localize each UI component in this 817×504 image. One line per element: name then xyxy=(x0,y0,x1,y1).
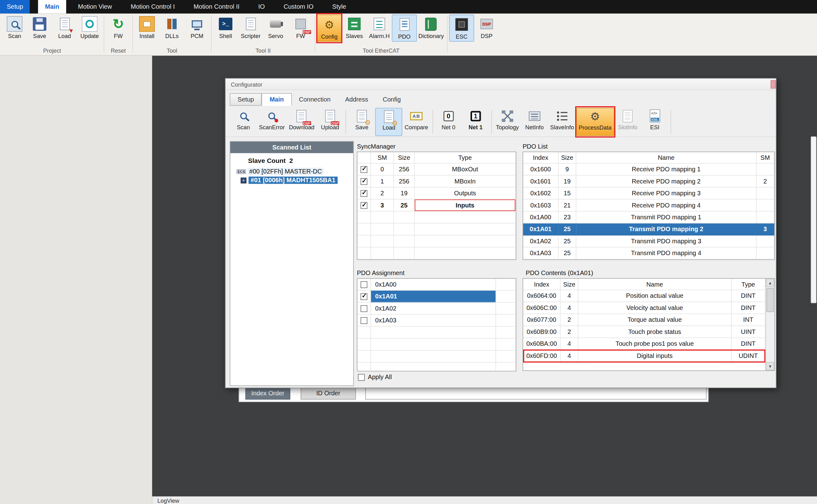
pdolist-row[interactable]: 0x160215Receive PDO mapping 3 xyxy=(523,188,774,199)
config-button[interactable]: Config xyxy=(317,15,342,42)
esc-button[interactable]: ESC xyxy=(449,15,474,42)
index-cell: 0x1A03 xyxy=(523,247,559,259)
slotinfo-button[interactable]: SlotInfo xyxy=(614,107,641,136)
scroll-down-icon[interactable]: ▼ xyxy=(766,362,774,370)
save-button[interactable]: Save xyxy=(348,107,375,136)
servo-button[interactable]: Servo xyxy=(263,15,288,42)
fw-reset-button[interactable]: ↻FW xyxy=(106,15,131,42)
apply-all-control[interactable]: Apply All xyxy=(358,373,392,381)
group-label: Tool II xyxy=(213,47,313,55)
dictionary-button[interactable]: Dictionary xyxy=(417,15,446,42)
pdolist-row[interactable]: 0x1A0023Transmit PDO mapping 1 xyxy=(523,212,774,223)
tab-main[interactable]: Main xyxy=(38,0,66,13)
netinfo-button[interactable]: NetInfo xyxy=(521,107,548,136)
pdolist-row[interactable]: 0x160321Receive PDO mapping 4 xyxy=(523,199,774,211)
tab-io[interactable]: IO xyxy=(251,0,272,13)
scroll-up-icon[interactable]: ▲ xyxy=(766,279,774,287)
index-order-button[interactable]: Index Order xyxy=(246,387,290,400)
slaveinfo-button[interactable]: SlaveInfo xyxy=(548,107,576,136)
tab-motion-control-2[interactable]: Motion Control II xyxy=(187,0,246,13)
pdocontents-row-digital-inputs[interactable]: 0x60FD:004Digital inputsUDINT xyxy=(523,350,766,362)
vertical-scrollbar[interactable] xyxy=(811,136,816,303)
checkbox[interactable] xyxy=(361,202,367,209)
esi-button[interactable]: ESI xyxy=(641,107,668,136)
tab-connection[interactable]: Connection xyxy=(292,93,338,106)
update-button[interactable]: Update xyxy=(77,15,102,42)
assignment-row[interactable]: 0x1A03 xyxy=(357,315,516,326)
pdolist-row[interactable]: 0x160119Receive PDO mapping 22 xyxy=(523,176,774,188)
scroll-thumb[interactable] xyxy=(767,288,774,312)
processdata-button[interactable]: ProcessData xyxy=(576,107,614,136)
dialog-titlebar[interactable]: Configurator xyxy=(226,79,776,90)
syncmanager-row[interactable]: 1 256 MBoxIn xyxy=(357,176,516,188)
tab-setup[interactable]: Setup xyxy=(230,93,262,106)
checkbox[interactable] xyxy=(361,281,367,288)
tab-custom-io[interactable]: Custom IO xyxy=(277,0,320,13)
slave-node-drive[interactable]: #01 [0006h] MADHT1505BA1 xyxy=(241,177,338,184)
id-order-button[interactable]: ID Order xyxy=(301,387,356,400)
slave-node-master[interactable]: ECS#00 [02FFh] MASTER-DC xyxy=(237,168,323,175)
compare-button[interactable]: Compare xyxy=(403,107,430,136)
syncmanager-row[interactable]: 0 256 MBoxOut xyxy=(357,164,516,175)
scan-button[interactable]: Scan xyxy=(230,107,257,136)
checkbox[interactable] xyxy=(361,293,367,300)
checkbox[interactable] xyxy=(361,305,367,312)
logview-panel-header[interactable]: LogView xyxy=(152,497,817,504)
scripter-button[interactable]: Scripter xyxy=(238,15,263,42)
tab-address[interactable]: Address xyxy=(338,93,375,106)
net0-button[interactable]: Net 0 xyxy=(435,107,462,136)
checkbox[interactable] xyxy=(361,190,367,197)
inputs-value: Inputs xyxy=(456,202,474,209)
scan-error-button[interactable]: ScanError xyxy=(257,107,287,136)
empty-cell xyxy=(371,339,496,350)
dlls-button[interactable]: DLLs xyxy=(160,15,184,42)
pdolist-row-selected[interactable]: 0x1A0125Transmit PDO mapping 23 xyxy=(523,223,774,235)
pdocontents-row[interactable]: 0x60B9:002Touch probe statusUINT xyxy=(523,326,766,338)
topology-button[interactable]: Topology xyxy=(494,107,521,136)
pdocontents-row[interactable]: 0x6077:002Torque actual valueINT xyxy=(523,314,766,326)
fw-button[interactable]: FW xyxy=(288,15,313,42)
pdolist-row[interactable]: 0x16009Receive PDO mapping 1 xyxy=(523,164,774,175)
upload-button[interactable]: Upload xyxy=(317,107,344,136)
dsp-button[interactable]: DSP xyxy=(474,15,499,42)
assignment-row-selected[interactable]: 0x1A01 xyxy=(357,291,516,302)
install-button[interactable]: Install xyxy=(134,15,159,42)
pdocontents-row[interactable]: 0x60BA:004Touch probe pos1 pos valueDINT xyxy=(523,338,766,350)
empty-row xyxy=(357,247,516,259)
apply-all-checkbox[interactable] xyxy=(358,374,365,381)
group-separator xyxy=(132,16,133,53)
load-button[interactable]: ▼Load xyxy=(52,15,77,42)
pdocontents-row[interactable]: 0x6064:004Position actual valueDINT xyxy=(523,290,766,302)
net1-button[interactable]: Net 1 xyxy=(462,107,489,136)
slaves-button[interactable]: Slaves xyxy=(342,15,367,42)
size-cell: 4 xyxy=(561,338,578,350)
checkbox[interactable] xyxy=(361,166,367,173)
assignment-row[interactable]: 0x1A00 xyxy=(357,279,516,291)
tab-motion-control-1[interactable]: Motion Control I xyxy=(124,0,182,13)
pdolist-row[interactable]: 0x1A0325Transmit PDO mapping 4 xyxy=(523,247,774,259)
load-button[interactable]: Load xyxy=(375,107,403,136)
pdolist-row[interactable]: 0x1A0225Transmit PDO mapping 3 xyxy=(523,235,774,247)
checkbox[interactable] xyxy=(361,178,367,185)
tab-config[interactable]: Config xyxy=(375,93,408,106)
tab-setup[interactable]: Setup xyxy=(0,0,30,13)
tab-style[interactable]: Style xyxy=(326,0,353,13)
tab-main[interactable]: Main xyxy=(262,93,292,106)
close-icon[interactable] xyxy=(771,80,776,89)
syncmanager-row[interactable]: 3 25 Inputs xyxy=(357,199,516,211)
syncmanager-row[interactable]: 2 19 Outputs xyxy=(357,188,516,199)
tab-motion-view[interactable]: Motion View xyxy=(71,0,119,13)
scan-button[interactable]: Scan xyxy=(2,15,27,42)
vertical-scrollbar[interactable]: ▲ ▼ xyxy=(765,279,774,370)
assignment-row[interactable]: 0x1A02 xyxy=(357,303,516,315)
pdo-button[interactable]: PDO xyxy=(392,15,417,42)
checkbox[interactable] xyxy=(361,317,367,324)
pcm-button[interactable]: PCM xyxy=(184,15,209,42)
pdocontents-row[interactable]: 0x606C:004Velocity actual valueDINT xyxy=(523,302,766,314)
toolbar-separator xyxy=(346,110,346,134)
shell-button[interactable]: Shell xyxy=(213,15,238,42)
scan-icon xyxy=(237,109,250,122)
alarm-history-button[interactable]: Alarm.H xyxy=(367,15,392,42)
save-button[interactable]: Save xyxy=(27,15,52,42)
download-button[interactable]: Download xyxy=(287,107,317,136)
